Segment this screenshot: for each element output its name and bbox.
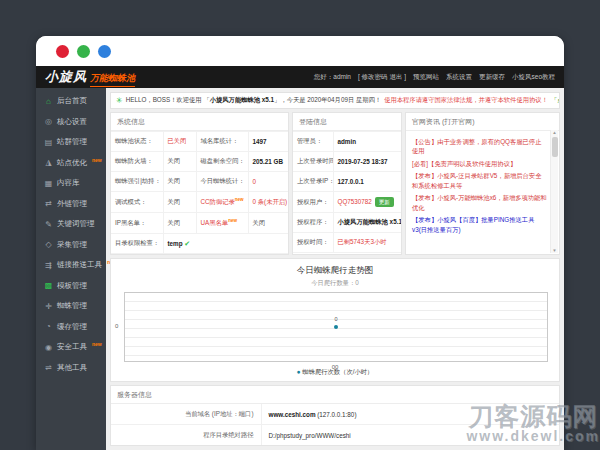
value-cell: QQ7530782更新: [333, 192, 401, 213]
maximize-button[interactable]: [98, 45, 111, 58]
login-info-table: 管理员： admin 上次登录时间： 2019-07-25 18:37: [293, 131, 401, 253]
scroll-down-icon[interactable]: ▼: [552, 248, 556, 253]
header-link[interactable]: 预览网站: [413, 73, 439, 82]
sidebar-item[interactable]: ◮ 站点优化 new: [36, 153, 106, 174]
minimize-button[interactable]: [77, 45, 90, 58]
news-item[interactable]: 【发布】小旋风-泛目录站群V5，新增后台安全和系统检修工具等: [412, 171, 547, 190]
app-logo[interactable]: 小旋风 万能蜘蛛池: [45, 68, 135, 87]
cache-icon: ◔: [44, 322, 53, 331]
table-row: 蜘蛛强引|劫持： 关闭 今日蜘蛛统计： 0: [111, 172, 288, 192]
value-cell: 2019-07-25 18:37: [333, 152, 401, 172]
sidebar-item-label: 模板管理: [57, 281, 87, 291]
sidebar-item[interactable]: ✎ 关键词管理: [36, 214, 106, 235]
home-icon: ⌂: [44, 97, 53, 106]
welcome-bar: ✳ HELLO，BOSS！欢迎使用 「小旋风万能蜘蛛池 x5.1」，今天是 20…: [110, 92, 560, 109]
sidebar-item-label: 缓存管理: [57, 322, 87, 332]
sidebar-item[interactable]: ⇶ 链接推送工具 new: [36, 255, 106, 276]
label-cell: 授权程序：: [293, 213, 333, 233]
sidebar-item[interactable]: ✛ 蜘蛛管理: [36, 296, 106, 317]
site-group-icon: ▤: [44, 138, 53, 147]
sidebar-item[interactable]: ◎ 核心设置: [36, 112, 106, 133]
chart-legend[interactable]: ● 蜘蛛爬行次数（次/小时）: [111, 368, 559, 377]
dir-check-value: temp: [168, 240, 183, 247]
logo-text-sub: 万能蜘蛛池: [90, 72, 135, 87]
scrollbar-thumb[interactable]: [552, 137, 558, 157]
system-info-panel: 系统信息 蜘蛛池状态： 已关闭 域名库统计： 1497: [110, 112, 289, 255]
login-info-panel: 登陆信息 管理员： admin 上次登录时间：: [292, 112, 402, 255]
sidebar-item[interactable]: ◉ 安全工具 new: [36, 337, 106, 358]
value-cell: 关闭: [248, 213, 288, 234]
label-cell: 程序目录绝对路径: [111, 425, 261, 446]
site-optimize-icon: ◮: [44, 158, 53, 167]
label-cell: 蜘蛛强引|劫持：: [111, 172, 163, 192]
table-row: 程序目录绝对路径 D:/phpstudy_pro/WWW/ceshi: [111, 425, 559, 446]
table-row: 授权时间： 已剩5743天3小时: [293, 233, 401, 253]
header-link[interactable]: [ 修改密码 退出 ]: [358, 73, 406, 82]
news-item[interactable]: [必看]【免责声明以及软件使用协议】: [412, 159, 547, 168]
sidebar-item[interactable]: ◇ 采集管理: [36, 235, 106, 256]
sidebar-item-label: 关键词管理: [57, 219, 95, 229]
sidebar-item[interactable]: ▦ 内容库: [36, 173, 106, 194]
table-row: 管理员： admin: [293, 132, 401, 152]
header-link[interactable]: 您好：admin: [314, 73, 351, 82]
agreement-link[interactable]: 「点此查看协议」: [551, 96, 560, 105]
label-cell: 磁盘剩余空间：: [196, 152, 248, 172]
data-point[interactable]: [334, 325, 338, 329]
program-name: 小旋风万能蜘蛛池 x5.1: [210, 96, 274, 103]
value-cell: 0: [248, 172, 288, 192]
new-badge: new: [235, 197, 244, 202]
label-cell: 授权时间：: [293, 233, 333, 253]
table-row: 上次登录时间： 2019-07-25 18:37: [293, 152, 401, 172]
content-library-icon: ▦: [44, 179, 53, 188]
news-item[interactable]: 【公告】由于业务调整，原有的QQ客服已停止使用: [412, 137, 547, 156]
label-cell: CC防御记录new: [196, 192, 248, 213]
new-badge: new: [92, 157, 102, 163]
new-badge: new: [228, 218, 237, 223]
legend-marker-icon: ●: [297, 368, 301, 375]
scroll-up-icon[interactable]: ▲: [552, 130, 556, 135]
sidebar-item-label: 站群管理: [57, 137, 87, 147]
sidebar-item[interactable]: ⇌ 其他工具: [36, 358, 106, 379]
label-cell: 当前域名 (IP地址：端口): [111, 404, 261, 425]
sidebar-item-label: 安全工具: [57, 342, 87, 352]
scrollbar[interactable]: ▲ ▼: [550, 130, 558, 253]
sidebar-item[interactable]: ⌂ 后台首页: [36, 91, 106, 112]
update-button[interactable]: 更新: [375, 197, 394, 207]
y-axis-tick: 0: [115, 323, 118, 329]
logo-text-main: 小旋风: [45, 68, 87, 86]
sidebar-item[interactable]: ▤ 站群管理: [36, 132, 106, 153]
header-link[interactable]: 小旋风seo教程: [512, 73, 555, 82]
value-cell: 小旋风万能蜘蛛池 x5.1: [333, 213, 401, 233]
sidebar-item[interactable]: ⇄ 外链管理: [36, 194, 106, 215]
spider-trend-chart: 今日蜘蛛爬行走势图 今日爬行数量：0 0 0 00 ● 蜘蛛爬行次数（次/小时）: [110, 258, 560, 382]
news-item[interactable]: 【发布】小旋风【百度】批量PING推送工具v3(日推送量百万): [412, 215, 547, 234]
news-item[interactable]: 【发布】小旋风-万能蜘蛛池x6，新增多项功能和优化: [412, 193, 547, 212]
sidebar-item-label: 站点优化: [57, 158, 87, 168]
sun-icon: ✳: [116, 96, 123, 105]
value-cell: 0 条(未开启): [248, 192, 288, 213]
news-list: 【公告】由于业务调整，原有的QQ客服已停止使用 [必看]【免责声明以及软件使用协…: [406, 131, 559, 238]
sidebar-item[interactable]: ◔ 缓存管理: [36, 317, 106, 338]
close-button[interactable]: [56, 45, 69, 58]
link-push-icon: ⇶: [44, 261, 53, 270]
app-header: 小旋风 万能蜘蛛池 您好：admin [ 修改密码 退出 ] 预览网站 系统设置…: [36, 66, 564, 88]
value-cell: 关闭: [163, 192, 196, 213]
spider-icon: ✛: [44, 302, 53, 311]
value-cell: 127.0.0.1: [333, 172, 401, 192]
sidebar-item[interactable]: ▩ 模板管理: [36, 276, 106, 297]
label-cell: 授权用户：: [293, 192, 333, 213]
value-cell: temp ✔: [163, 234, 288, 254]
label-cell: 今日蜘蛛统计：: [196, 172, 248, 192]
header-links: 您好：admin [ 修改密码 退出 ] 预览网站 系统设置 更新缓存 小旋风s…: [314, 73, 555, 82]
keyword-icon: ✎: [44, 220, 53, 229]
sidebar-item-label: 后台首页: [57, 96, 87, 106]
header-link[interactable]: 系统设置: [446, 73, 472, 82]
external-link-icon: ⇄: [44, 199, 53, 208]
news-panel-title[interactable]: 官网资讯 (打开官网): [406, 113, 559, 131]
label-cell: 管理员：: [293, 132, 333, 152]
header-link[interactable]: 更新缓存: [479, 73, 505, 82]
value-cell: admin: [333, 132, 401, 152]
news-item[interactable]: 火车头文章采集插件（可将采集文章处理成小旋风支持的格式）: [412, 237, 547, 238]
table-row: 上次登录IP： 127.0.0.1: [293, 172, 401, 192]
value-cell: 1497: [248, 132, 288, 152]
